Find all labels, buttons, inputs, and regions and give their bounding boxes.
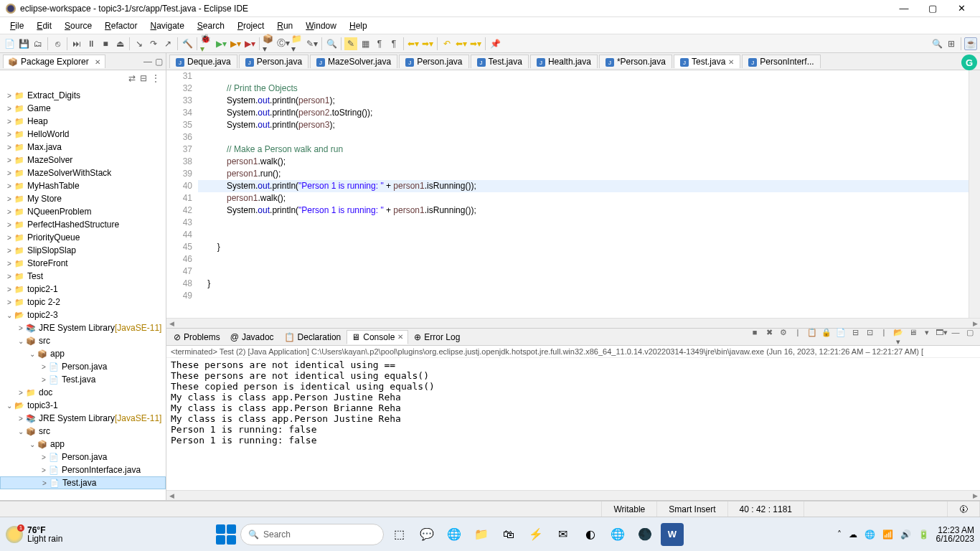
next-annotation-button[interactable]: ➡▾ [421, 37, 434, 50]
volume-icon[interactable]: 🔊 [900, 529, 911, 540]
tree-item[interactable]: >MyHashTable [0, 179, 166, 192]
menu-search[interactable]: Search [192, 19, 230, 32]
bottom-tab-declaration[interactable]: 📋Declaration [280, 331, 346, 344]
last-edit-button[interactable]: ↶ [440, 37, 453, 50]
pin-button[interactable]: ¶ [387, 37, 400, 50]
tree-item[interactable]: ⌄src [0, 425, 166, 438]
open-perspective-button[interactable]: ⊞ [945, 37, 958, 50]
console-toolbar-button[interactable]: 🔒 [821, 328, 832, 347]
console-toolbar-button[interactable]: ▢ [964, 328, 976, 347]
editor-tab[interactable]: Test.java✕ [674, 55, 740, 69]
tree-item[interactable]: >SlipSlopSlap [0, 244, 166, 257]
console-toolbar-button[interactable]: 📋 [806, 328, 818, 347]
language-icon[interactable]: 🌐 [864, 529, 875, 540]
editor-hscrollbar[interactable]: ◀▶ [166, 318, 980, 328]
quick-access-button[interactable]: 🔍 [930, 37, 943, 50]
tree-item[interactable]: >Game [0, 102, 166, 115]
tree-item[interactable]: >topic2-1 [0, 283, 166, 296]
tree-item[interactable]: >Person.java [0, 360, 166, 373]
debug-button[interactable]: 🐞▾ [200, 37, 213, 50]
package-explorer-tab[interactable]: 📦 Package Explorer ✕ [3, 55, 105, 68]
tree-item[interactable]: >Test [0, 270, 166, 283]
status-notification-icon[interactable]: 🛈 [948, 501, 980, 517]
console-toolbar-button[interactable]: 🖥 [907, 328, 918, 347]
console-toolbar-button[interactable]: ▾ [921, 328, 933, 347]
new-class-button[interactable]: Ⓒ▾ [277, 37, 290, 50]
step-into-button[interactable]: ↘ [133, 37, 146, 50]
menu-run[interactable]: Run [271, 19, 298, 32]
show-whitespace-button[interactable]: ¶ [373, 37, 386, 50]
tree-item[interactable]: >MazeSolverWithStack [0, 166, 166, 179]
tree-item[interactable]: >PriorityQueue [0, 231, 166, 244]
console-toolbar-button[interactable]: ⚙ [778, 328, 789, 347]
tree-item[interactable]: ⌄app [0, 438, 166, 451]
editor-tab[interactable]: Deque.java [169, 55, 237, 69]
editor-tab[interactable]: MazeSolver.java [310, 55, 397, 69]
console-toolbar-button[interactable]: ⊡ [864, 328, 875, 347]
tree-item[interactable]: >MazeSolver [0, 154, 166, 166]
search-button[interactable]: 🔍 [325, 37, 338, 50]
battery-icon[interactable]: 🔋 [918, 529, 929, 540]
bottom-tab-error log[interactable]: ⊕Error Log [410, 331, 464, 344]
tree-item[interactable]: >topic 2-2 [0, 296, 166, 309]
system-tray[interactable]: ˄ ☁ 🌐 📶 🔊 🔋 12:23 AM 6/16/2023 [837, 526, 974, 543]
onedrive-icon[interactable]: ☁ [849, 529, 857, 540]
overview-ruler[interactable] [969, 70, 980, 318]
collapse-all-button[interactable]: ⇄ [128, 73, 136, 83]
console-toolbar-button[interactable]: ✖ [763, 328, 775, 347]
toggle-block-button[interactable]: ▦ [359, 37, 372, 50]
link-editor-button[interactable]: ⊟ [140, 73, 147, 83]
step-over-button[interactable]: ↷ [147, 37, 160, 50]
eclipse-button[interactable]: 🌑 [633, 523, 656, 546]
grammarly-icon[interactable]: G [961, 55, 977, 70]
close-icon[interactable]: ✕ [728, 58, 734, 66]
tree-item[interactable]: >StoreFront [0, 257, 166, 270]
run-last-button[interactable]: ▶▾ [243, 37, 256, 50]
tree-item[interactable]: >Test.java [0, 373, 166, 386]
stop-button[interactable]: ■ [99, 37, 112, 50]
menu-source[interactable]: Source [59, 19, 98, 32]
editor-tab[interactable]: Test.java [471, 55, 529, 69]
mail-button[interactable]: ✉ [552, 523, 575, 546]
tray-chevron-icon[interactable]: ˄ [837, 529, 842, 540]
tree-item[interactable]: >Test.java [0, 476, 166, 489]
save-button[interactable]: 💾 [17, 37, 30, 50]
minimize-view-button[interactable]: — [143, 57, 152, 67]
edge-button[interactable]: 🌐 [443, 523, 466, 546]
console-toolbar-button[interactable]: 📂▾ [892, 328, 904, 347]
build-button[interactable]: 🔨 [181, 37, 194, 50]
minimize-button[interactable]: — [895, 3, 913, 14]
project-tree[interactable]: >Extract_Digits>Game>Heap>HelloWorld>Max… [0, 86, 166, 500]
close-button[interactable]: ✕ [953, 3, 970, 14]
console-toolbar-button[interactable]: 🗖▾ [936, 328, 947, 347]
app-button-2[interactable]: ◐ [579, 523, 602, 546]
toggle-breadcrumb-button[interactable]: ⎋ [51, 37, 64, 50]
console-toolbar-button[interactable]: 📄 [835, 328, 847, 347]
tree-item[interactable]: >My Store [0, 192, 166, 205]
editor-tab[interactable]: Person.java [399, 55, 468, 69]
tree-item[interactable]: ⌄topic3-1 [0, 399, 166, 412]
menu-help[interactable]: Help [344, 19, 373, 32]
editor-tab[interactable]: Health.java [530, 55, 598, 69]
wifi-icon[interactable]: 📶 [882, 529, 893, 540]
tree-item[interactable]: ⌄topic2-3 [0, 309, 166, 321]
bottom-tab-problems[interactable]: ⊘Problems [169, 331, 225, 344]
tree-item[interactable]: >JRE System Library [JavaSE-11] [0, 412, 166, 425]
editor-tab[interactable]: PersonInterf... [742, 55, 820, 69]
bottom-tab-javadoc[interactable]: @Javadoc [226, 331, 278, 344]
tree-item[interactable]: >PerfectHashedStructure [0, 218, 166, 231]
back-button[interactable]: ⬅▾ [455, 37, 468, 50]
disconnect-button[interactable]: ⏏ [113, 37, 126, 50]
tree-item[interactable]: ⌄app [0, 347, 166, 360]
word-button[interactable]: W [661, 523, 684, 546]
step-return-button[interactable]: ↗ [161, 37, 174, 50]
menu-window[interactable]: Window [300, 19, 342, 32]
tree-item[interactable]: >PersonInterface.java [0, 463, 166, 476]
editor-tab[interactable]: Person.java [239, 55, 308, 69]
menu-project[interactable]: Project [232, 19, 270, 32]
taskbar-search[interactable]: 🔍 Search [240, 524, 384, 545]
tree-item[interactable]: ⌄src [0, 334, 166, 347]
menu-file[interactable]: File [4, 19, 29, 32]
menu-navigate[interactable]: Navigate [144, 19, 189, 32]
tree-item[interactable]: >Extract_Digits [0, 89, 166, 102]
